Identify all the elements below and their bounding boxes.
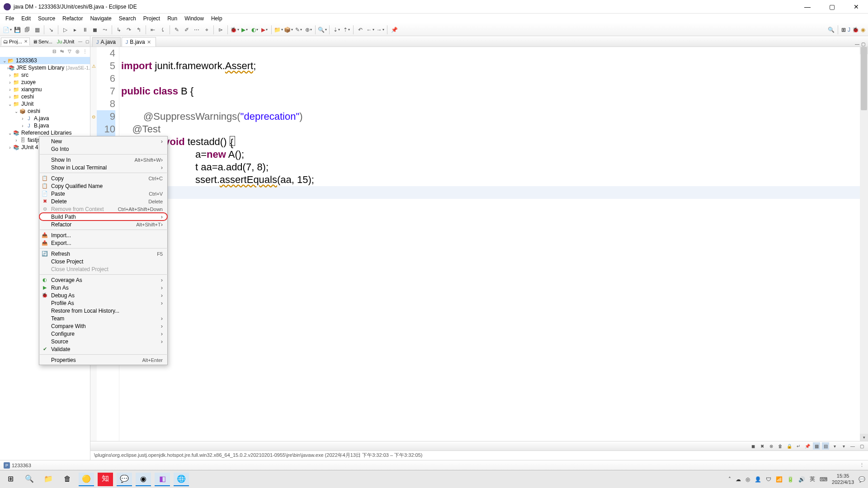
context-menu-team[interactable]: Team (39, 314, 167, 322)
tray-battery-icon[interactable]: 🔋 (787, 476, 794, 483)
src-folder-node[interactable]: ›📁 src (0, 71, 90, 79)
menu-navigate[interactable]: Navigate (86, 14, 115, 23)
new-class-dropdown[interactable]: ✎ (294, 25, 303, 34)
context-menu-close-project[interactable]: Close Project (39, 258, 167, 265)
ext-tools-dropdown[interactable]: ▶ (260, 25, 269, 34)
maximize-editor-icon[interactable]: ▢ (861, 42, 865, 47)
menu-edit[interactable]: Edit (18, 14, 34, 23)
search-icon[interactable]: 🔍 (828, 27, 835, 33)
editor-tab-bjava[interactable]: J B.java ✕ (122, 37, 156, 47)
console-open-icon[interactable]: ▾ (831, 442, 838, 450)
terminate-toolbar-button[interactable]: ◼ (90, 25, 99, 34)
context-menu-profile-as[interactable]: Profile As (39, 299, 167, 307)
context-menu-refactor[interactable]: RefactorAlt+Shift+T (39, 221, 167, 228)
disconnect-toolbar-button[interactable]: ⤳ (100, 25, 109, 34)
minimize-view-icon[interactable]: — (77, 38, 83, 45)
step-over-toolbar-button[interactable]: ↷ (124, 25, 133, 34)
trash-taskbar-button[interactable]: 🗑 (60, 473, 75, 486)
close-icon[interactable]: ✕ (24, 39, 28, 44)
project-root[interactable]: ⌄📂 1233363 (0, 57, 90, 64)
skip-toolbar-button[interactable]: ▷ (61, 25, 70, 34)
tray-location-icon[interactable]: ◎ (745, 476, 750, 483)
tray-keyboard-icon[interactable]: ⌨ (820, 476, 827, 483)
tray-clock[interactable]: 15:35 2022/4/13 (832, 473, 854, 485)
new-type-dropdown[interactable]: ⊕ (304, 25, 313, 34)
context-menu-configure[interactable]: Configure (39, 330, 167, 338)
context-menu-new[interactable]: New (39, 137, 167, 145)
context-menu-properties[interactable]: PropertiesAlt+Enter (39, 356, 167, 364)
context-menu-debug-as[interactable]: 🐞Debug As (39, 291, 167, 299)
back-toolbar-button[interactable]: ← (366, 25, 375, 34)
console-word-wrap-icon[interactable]: ↵ (795, 442, 802, 450)
maximize-view-icon[interactable]: ▢ (84, 38, 90, 45)
context-menu-paste[interactable]: 📄PasteCtrl+V (39, 190, 167, 197)
console-clear-icon[interactable]: 🗑 (777, 442, 784, 450)
context-menu-compare-with[interactable]: Compare With (39, 322, 167, 330)
link-editor-icon[interactable]: ⇋ (59, 48, 65, 54)
project-explorer-tab[interactable]: 🗂 Proj... ✕ (1, 38, 30, 46)
tray-cloud-icon[interactable]: ☁ (736, 476, 741, 483)
wand2-toolbar-button[interactable]: ✐ (182, 25, 191, 34)
context-menu-go-into[interactable]: Go Into (39, 145, 167, 153)
ajava-file-node[interactable]: ›J A.java (0, 115, 90, 122)
console-pin-icon[interactable]: 📌 (804, 442, 811, 450)
link-toolbar-button[interactable]: ↘ (47, 25, 56, 34)
browser-taskbar-button[interactable]: 🌐 (174, 473, 189, 486)
menu-file[interactable]: File (2, 14, 18, 23)
tray-notifications-icon[interactable]: 💬 (859, 476, 865, 483)
context-menu-validate[interactable]: ✔Validate (39, 345, 167, 353)
step-filter-toolbar-button[interactable]: ⤹ (158, 25, 167, 34)
ceshi-package-node[interactable]: ⌄📦 ceshi (0, 108, 90, 115)
editor-tab-ajava[interactable]: J A.java (92, 37, 121, 47)
junit-tab[interactable]: Ju JUnit (55, 38, 76, 45)
java-perspective-icon[interactable]: J (848, 27, 850, 33)
new-java-dropdown[interactable]: 📁 (274, 25, 283, 34)
jee-perspective-icon[interactable]: ◉ (861, 27, 865, 33)
menu-help[interactable]: Help (208, 14, 226, 23)
context-menu-delete[interactable]: ✖DeleteDelete (39, 197, 167, 205)
console-selected-icon[interactable]: ▤ (822, 442, 829, 450)
code-editor[interactable]: ⚠ ⊖ 4 5 6 7 8 9 10 11 (90, 47, 868, 441)
play-toolbar-button[interactable]: ⊳ (216, 25, 225, 34)
misc-toolbar-button[interactable]: ⋯ (192, 25, 201, 34)
ceshi-folder-node[interactable]: ›📁 ceshi (0, 93, 90, 100)
app-red-taskbar-button[interactable]: 知 (98, 473, 113, 486)
save-toolbar-button[interactable]: 💾 (13, 25, 22, 34)
context-menu-build-path[interactable]: Build Path (39, 213, 167, 221)
collapse-all-icon[interactable]: ⊟ (51, 48, 57, 54)
console-terminate-icon[interactable]: ◼ (750, 442, 757, 450)
warning-marker-icon[interactable]: ⊖ (90, 110, 97, 123)
context-menu-show-in[interactable]: Show InAlt+Shift+W (39, 156, 167, 164)
wand-toolbar-button[interactable]: ✎ (172, 25, 181, 34)
annotation-prev-button[interactable]: ⇡ (342, 25, 351, 34)
tray-expand-icon[interactable]: ˄ (728, 476, 731, 483)
tray-wifi-icon[interactable]: 📶 (776, 476, 783, 483)
bjava-file-node[interactable]: ›J B.java (0, 122, 90, 129)
misc2-toolbar-button[interactable]: ⌖ (202, 25, 211, 34)
debug-perspective-icon[interactable]: 🐞 (852, 27, 859, 33)
new-package-dropdown[interactable]: 📦 (284, 25, 293, 34)
scrollbar-thumb[interactable] (861, 47, 867, 110)
toggle-toolbar-button[interactable]: ▦ (33, 25, 42, 34)
annotation-next-button[interactable]: ⇣ (332, 25, 341, 34)
pin-toolbar-button[interactable]: 📌 (390, 25, 399, 34)
step-return-toolbar-button[interactable]: ↰ (134, 25, 143, 34)
console-max-icon[interactable]: ▢ (858, 442, 865, 450)
context-menu-run-as[interactable]: ▶Run As (39, 284, 167, 291)
save-all-toolbar-button[interactable]: 🗐 (23, 25, 32, 34)
menu-run[interactable]: Run (164, 14, 181, 23)
open-perspective-icon[interactable]: ⊞ (841, 27, 846, 33)
console-remove-all-icon[interactable]: ⊗ (768, 442, 775, 450)
menu-source[interactable]: Source (34, 14, 59, 23)
close-button[interactable]: ✕ (848, 1, 864, 12)
junit-folder-node[interactable]: ⌄📁 JUnit (0, 100, 90, 108)
menu-window[interactable]: Window (181, 14, 208, 23)
context-menu-show-in-local-terminal[interactable]: Show in Local Terminal (39, 164, 167, 171)
minimize-button[interactable]: — (799, 1, 816, 12)
start-button[interactable]: ⊞ (3, 473, 18, 486)
code-content[interactable]: import junit.framework.Assert; public cl… (119, 47, 860, 441)
warning-marker-icon[interactable]: ⚠ (90, 60, 97, 72)
context-menu-source[interactable]: Source (39, 338, 167, 345)
jre-library-node[interactable]: ›📚 JRE System Library [JavaSE-1.8] (0, 64, 90, 71)
console-min-icon[interactable]: — (849, 442, 856, 450)
